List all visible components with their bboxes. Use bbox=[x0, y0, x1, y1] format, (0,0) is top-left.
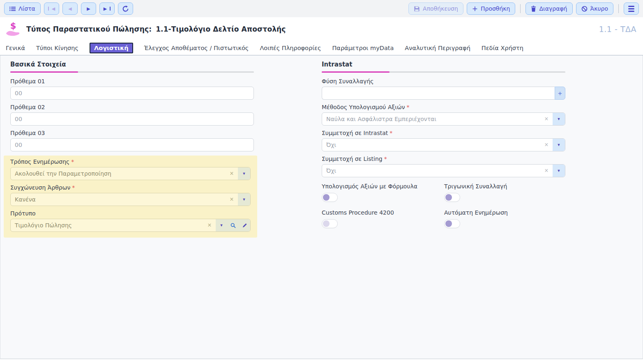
nav-prev-button[interactable]: ◀ bbox=[62, 2, 78, 15]
clear-icon[interactable]: × bbox=[540, 165, 553, 177]
formula-calc-label: Υπολογισμός Αξιών με Φόρμουλα bbox=[322, 183, 444, 190]
nav-first-button[interactable]: ◀ bbox=[44, 2, 59, 15]
required-mark: * bbox=[407, 104, 410, 110]
field-merge-articles: Συγχώνευση Άρθρων* Κανένα × ▼ bbox=[10, 184, 251, 206]
intrastat-section: Intrastat Φύση Συναλλαγής + Μέθοδος Υπολ… bbox=[322, 61, 565, 359]
add-item-icon[interactable]: + bbox=[555, 87, 565, 100]
refresh-icon bbox=[122, 5, 129, 12]
merge-articles-label: Συγχώνευση Άρθρων bbox=[10, 184, 70, 191]
toggle-grid: Υπολογισμός Αξιών με Φόρμουλα Τριγωνική … bbox=[322, 183, 565, 228]
title-row: $ Τύπος Παραστατικού Πώλησης:1.1-Τιμολόγ… bbox=[0, 17, 643, 41]
clear-icon[interactable]: × bbox=[540, 113, 553, 125]
ban-icon bbox=[581, 6, 588, 12]
toolbar-left-group: Λίστα ◀ ◀ ▶ ▶ bbox=[4, 2, 133, 15]
tab-logistiki[interactable]: Λογιστική bbox=[90, 43, 133, 53]
update-mode-value[interactable]: Ακολουθεί την Παραμετροποίηση bbox=[11, 167, 226, 180]
field-value-calc-method: Μέθοδος Υπολογισμού Αξιών* Ναύλα και Ασφ… bbox=[322, 104, 565, 126]
field-listing-participation: Συμμετοχή σε Listing* Όχι × ▼ bbox=[322, 156, 565, 177]
next-record-icon: ▶ bbox=[87, 6, 90, 11]
app-window: Λίστα ◀ ◀ ▶ ▶ bbox=[0, 0, 643, 359]
edit-pencil-icon[interactable] bbox=[239, 219, 250, 231]
triangular-transaction-toggle[interactable] bbox=[444, 193, 460, 202]
chevron-down-icon[interactable]: ▼ bbox=[216, 219, 227, 231]
basic-section-title: Βασικά Στοιχεία bbox=[10, 61, 254, 71]
save-button[interactable]: Αποθήκευση bbox=[408, 2, 463, 15]
tab-pedia-xristi[interactable]: Πεδία Χρήστη bbox=[482, 43, 523, 53]
chevron-down-icon[interactable]: ▼ bbox=[238, 167, 250, 180]
update-mode-label: Τρόπος Ενημέρωσης bbox=[10, 158, 69, 165]
tab-genika[interactable]: Γενικά bbox=[6, 43, 25, 53]
transaction-nature-input[interactable] bbox=[322, 87, 555, 100]
chevron-down-icon[interactable]: ▼ bbox=[553, 165, 565, 177]
prefix-01-label: Πρόθεμα 01 bbox=[10, 78, 254, 85]
search-icon[interactable] bbox=[227, 219, 239, 231]
previous-record-icon: ◀ bbox=[68, 6, 71, 11]
section-accent-rule bbox=[10, 71, 254, 73]
clear-icon[interactable]: × bbox=[203, 219, 216, 231]
clear-icon[interactable]: × bbox=[540, 139, 553, 151]
cancel-button[interactable]: Άκυρο bbox=[576, 2, 614, 15]
menu-button[interactable] bbox=[624, 2, 639, 15]
list-button[interactable]: Λίστα bbox=[4, 2, 41, 15]
field-prefix-01: Πρόθεμα 01 bbox=[10, 78, 254, 100]
toggle-knob bbox=[323, 220, 330, 227]
required-mark: * bbox=[389, 130, 392, 136]
add-button[interactable]: + Προσθήκη bbox=[467, 2, 516, 15]
tab-elegxos-apothematos[interactable]: Έλεγχος Αποθέματος / Πιστωτικός bbox=[144, 43, 249, 53]
toolbar-separator bbox=[618, 4, 619, 13]
prefix-03-input[interactable] bbox=[10, 138, 254, 151]
first-record-icon bbox=[48, 7, 49, 11]
auto-update-toggle[interactable] bbox=[444, 219, 460, 228]
prefix-01-input[interactable] bbox=[10, 87, 254, 100]
transaction-nature-label: Φύση Συναλλαγής bbox=[322, 78, 565, 85]
toolbar-separator bbox=[520, 4, 521, 13]
template-value[interactable]: Τιμολόγιο Πώλησης bbox=[11, 219, 203, 231]
field-triangular-transaction: Τριγωνική Συναλλαγή bbox=[444, 183, 565, 202]
intrastat-participation-combobox[interactable]: Όχι × ▼ bbox=[322, 138, 565, 151]
nav-next-button[interactable]: ▶ bbox=[81, 2, 96, 15]
formula-calc-toggle[interactable] bbox=[322, 193, 338, 202]
tab-bar: Γενικά Τύποι Κίνησης Λογιστική Έλεγχος Α… bbox=[0, 41, 643, 55]
listing-participation-combobox[interactable]: Όχι × ▼ bbox=[322, 164, 565, 177]
tab-parametroi-mydata[interactable]: Παράμετροι myData bbox=[332, 43, 394, 53]
chevron-down-icon[interactable]: ▼ bbox=[238, 193, 250, 206]
prefix-02-input[interactable] bbox=[10, 112, 254, 126]
sales-money-hand-icon: $ bbox=[4, 21, 21, 38]
delete-button[interactable]: Διαγραφή bbox=[525, 2, 572, 15]
intrastat-participation-value[interactable]: Όχι bbox=[322, 139, 540, 151]
toggle-knob bbox=[445, 220, 452, 227]
update-mode-combobox[interactable]: Ακολουθεί την Παραμετροποίηση × ▼ bbox=[10, 167, 251, 180]
save-icon bbox=[414, 6, 420, 12]
template-combobox[interactable]: Τιμολόγιο Πώλησης × ▼ bbox=[10, 219, 251, 232]
tab-typoi-kinisis[interactable]: Τύποι Κίνησης bbox=[36, 43, 78, 53]
tab-analytiki-perigrafi[interactable]: Αναλυτική Περιγραφή bbox=[405, 43, 470, 53]
template-label: Πρότυπο bbox=[10, 210, 251, 217]
prefix-03-label: Πρόθεμα 03 bbox=[10, 130, 254, 136]
field-customs-procedure-4200: Customs Procedure 4200 bbox=[322, 209, 444, 228]
refresh-button[interactable] bbox=[118, 2, 133, 15]
value-calc-method-combobox[interactable]: Ναύλα και Ασφάλιστρα Εμπεριέχονται × ▼ bbox=[322, 112, 565, 126]
clear-icon[interactable]: × bbox=[226, 167, 238, 180]
triangular-transaction-label: Τριγωνική Συναλλαγή bbox=[444, 183, 565, 190]
hamburger-icon bbox=[628, 6, 634, 12]
content-panel: Βασικά Στοιχεία Πρόθεμα 01 Πρόθεμα 02 Πρ… bbox=[0, 55, 643, 359]
chevron-down-icon[interactable]: ▼ bbox=[553, 139, 565, 151]
listing-participation-value[interactable]: Όχι bbox=[322, 165, 540, 177]
merge-articles-value[interactable]: Κανένα bbox=[11, 193, 226, 206]
field-formula-calc: Υπολογισμός Αξιών με Φόρμουλα bbox=[322, 183, 444, 202]
customs-procedure-4200-toggle[interactable] bbox=[322, 219, 338, 228]
value-calc-method-value[interactable]: Ναύλα και Ασφάλιστρα Εμπεριέχονται bbox=[322, 113, 540, 125]
field-template: Πρότυπο Τιμολόγιο Πώλησης × ▼ bbox=[10, 210, 251, 232]
merge-articles-combobox[interactable]: Κανένα × ▼ bbox=[10, 193, 251, 206]
toggle-knob bbox=[445, 194, 452, 201]
list-icon bbox=[9, 6, 16, 11]
cancel-button-label: Άκυρο bbox=[590, 5, 608, 12]
doc-code-badge: 1.1 - ΤΔΑ bbox=[599, 25, 636, 34]
value-calc-method-label: Μέθοδος Υπολογισμού Αξιών bbox=[322, 104, 405, 110]
clear-icon[interactable]: × bbox=[226, 193, 238, 206]
nav-last-button[interactable]: ▶ bbox=[99, 2, 115, 15]
tab-loipes-plirofories[interactable]: Λοιπές Πληροφορίες bbox=[260, 43, 321, 53]
highlighted-block: Τρόπος Ενημέρωσης* Ακολουθεί την Παραμετ… bbox=[4, 156, 257, 238]
section-accent-rule bbox=[322, 71, 565, 73]
chevron-down-icon[interactable]: ▼ bbox=[553, 113, 565, 125]
